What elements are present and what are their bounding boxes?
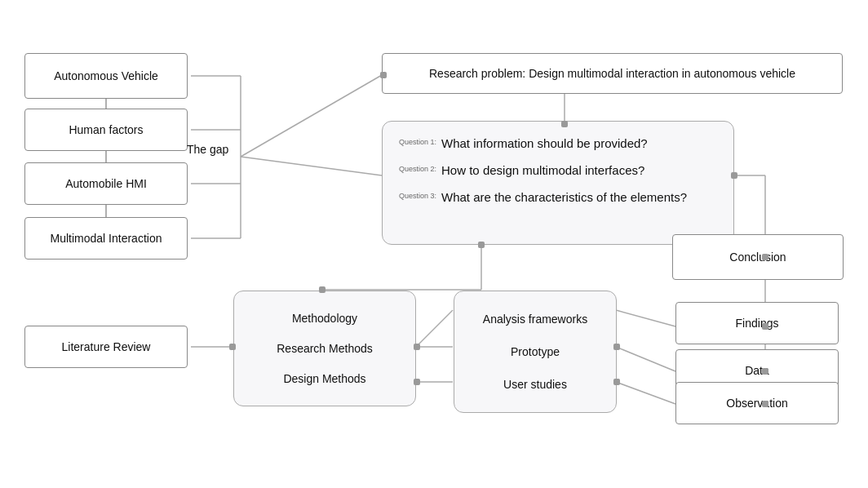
analysis-frameworks-row: Analysis frameworks [471,309,600,329]
q1-text: What information should be provided? [441,136,648,150]
conclusion-node: Conclusion [672,234,844,280]
question-2-row: Question 2: How to design multimodal int… [399,163,717,177]
svg-line-30 [616,347,675,371]
question-3-row: Question 3: What are the characteristics… [399,190,717,204]
literature-review-node: Literature Review [24,326,188,368]
dot-6 [762,368,768,375]
dot-8 [229,344,236,350]
prototype-row: Prototype [471,342,600,362]
dot-5 [762,323,768,330]
questions-box: Question 1: What information should be p… [382,121,734,245]
dot-4 [762,254,768,260]
dot-3 [731,172,737,179]
svg-line-26 [416,310,453,347]
research-problem-node: Research problem: Design multimodal inte… [382,53,843,94]
q2-text: How to design multimodal interfaces? [441,163,644,177]
design-methods-row: Design Methods [250,369,399,388]
dot-13 [319,286,326,293]
svg-line-9 [241,75,382,157]
dot-11 [613,344,620,350]
q3-label: Question 3: [399,192,436,200]
svg-line-29 [616,310,675,326]
svg-line-31 [616,382,675,404]
dot-10 [414,379,420,385]
gap-label: The gap [187,143,228,156]
dot-1 [380,72,387,78]
user-studies-row: User studies [471,375,600,394]
q3-text: What are the characteristics of the elem… [441,190,687,204]
observation-node: Observation [675,382,839,424]
findings-node: Findings [675,302,839,344]
dot-14 [478,242,485,248]
q1-label: Question 1: [399,138,436,146]
question-1-row: Question 1: What information should be p… [399,136,717,150]
q2-label: Question 2: [399,165,436,173]
automobile-hmi-node: Automobile HMI [24,162,188,205]
methods-box: Methodology Research Methods Design Meth… [233,291,416,406]
svg-line-10 [241,157,382,175]
multimodal-interaction-node: Multimodal Interaction [24,217,188,260]
research-methods-row: Research Methods [250,339,399,358]
methodology-row: Methodology [250,308,399,328]
dot-9 [414,344,420,350]
autonomous-vehicle-node: Autonomous Vehicle [24,53,188,99]
dot-12 [613,379,620,385]
dot-2 [561,121,568,127]
human-factors-node: Human factors [24,109,188,151]
tools-box: Analysis frameworks Prototype User studi… [454,291,617,413]
dot-7 [762,401,768,407]
